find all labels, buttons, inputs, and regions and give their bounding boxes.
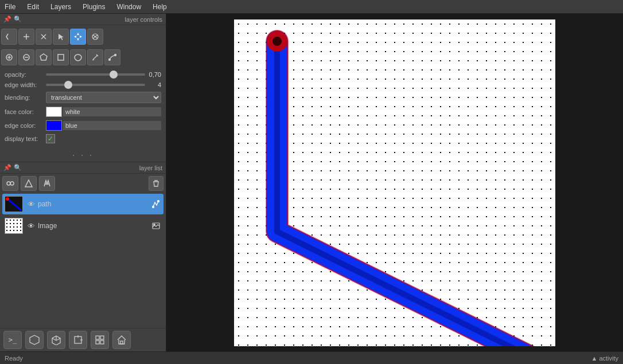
menu-help[interactable]: Help	[150, 3, 169, 11]
activity-label[interactable]: ▲ activity	[591, 355, 618, 362]
image-thumb	[5, 218, 23, 234]
edge-width-slider[interactable]	[46, 84, 145, 86]
svg-rect-42	[96, 340, 99, 344]
svg-rect-16	[58, 54, 64, 60]
svg-point-28	[153, 206, 154, 208]
svg-point-20	[109, 59, 111, 61]
svg-rect-40	[96, 336, 99, 339]
svg-marker-6	[77, 38, 79, 41]
transform-tool[interactable]	[1, 29, 17, 45]
cube-button[interactable]	[47, 331, 65, 349]
square-button[interactable]	[69, 331, 87, 349]
opacity-value: 0,70	[147, 71, 161, 78]
path-visibility-toggle[interactable]: 👁	[25, 198, 37, 210]
layer-controls-panel: opacity: 0,70 edge width: 4 blending: tr…	[0, 69, 166, 149]
canvas-area[interactable]	[166, 14, 623, 351]
delete-layer-btn[interactable]	[149, 176, 163, 191]
image-visibility-toggle[interactable]: 👁	[25, 220, 37, 232]
path-tool[interactable]	[104, 49, 120, 65]
path-layer-type-icon	[151, 199, 161, 209]
menu-edit[interactable]: Edit	[25, 3, 41, 11]
svg-marker-15	[40, 54, 47, 60]
edge-color-row: edge color:	[2, 120, 163, 131]
svg-line-19	[92, 60, 94, 60]
menu-layers[interactable]: Layers	[48, 3, 73, 11]
blending-label: blending:	[5, 94, 46, 101]
face-color-row: face color:	[2, 107, 163, 117]
new-shapes-layer-btn[interactable]	[21, 176, 37, 191]
menubar: File Edit Layers Plugins Window Help	[0, 0, 623, 14]
svg-rect-44	[120, 341, 123, 344]
edge-color-input[interactable]	[63, 121, 161, 130]
menu-file[interactable]: File	[2, 3, 18, 11]
svg-marker-5	[77, 33, 79, 35]
layer-list-pin-icon[interactable]: 📌	[3, 164, 11, 171]
svg-line-36	[52, 338, 56, 340]
svg-marker-8	[80, 36, 82, 38]
svg-point-21	[115, 54, 116, 56]
svg-rect-41	[100, 336, 104, 339]
status-text: Ready	[5, 355, 23, 362]
face-color-swatch[interactable]	[46, 107, 62, 117]
layer-image[interactable]: 👁 Image	[2, 216, 163, 236]
minus-circle-tool[interactable]	[18, 49, 34, 65]
layer-list-search-icon[interactable]: 🔍	[14, 164, 22, 171]
blending-select[interactable]: translucent normal dissolve	[46, 92, 161, 103]
layer-list: 👁 path 👁 Image	[0, 193, 166, 328]
new-labels-layer-btn[interactable]	[39, 176, 55, 191]
new-points-layer-btn[interactable]	[2, 176, 18, 191]
paint-tool[interactable]	[87, 29, 103, 45]
terminal-button[interactable]: >_	[3, 331, 22, 349]
display-text-checkbox[interactable]: ✓	[46, 134, 55, 143]
move-tool[interactable]	[70, 29, 86, 45]
edge-width-row: edge width: 4	[2, 81, 163, 88]
polygon-tool[interactable]	[36, 49, 52, 65]
grid-button[interactable]	[91, 331, 109, 349]
blending-row: blending: translucent normal dissolve	[2, 92, 163, 103]
bottom-toolbar: >_	[0, 328, 166, 351]
edge-color-swatch[interactable]	[46, 120, 62, 131]
display-text-label: display text:	[5, 135, 46, 142]
svg-line-26	[7, 199, 21, 210]
canvas-svg	[234, 19, 555, 346]
svg-line-17	[93, 55, 98, 60]
display-text-row: display text: ✓	[2, 134, 163, 143]
home-button[interactable]	[112, 331, 131, 349]
lasso-tool[interactable]	[70, 49, 86, 65]
left-panel: 📌 🔍 layer controls	[0, 14, 166, 351]
layer-list-tools	[0, 174, 166, 193]
svg-line-35	[56, 338, 60, 340]
svg-point-31	[154, 224, 155, 226]
edge-width-value: 4	[147, 81, 161, 88]
face-color-label: face color:	[5, 108, 46, 115]
menu-window[interactable]: Window	[114, 3, 143, 11]
main-content: 📌 🔍 layer controls	[0, 14, 623, 351]
rect-tool[interactable]	[53, 49, 69, 65]
menu-plugins[interactable]: Plugins	[80, 3, 107, 11]
select-tool[interactable]	[53, 29, 69, 45]
layer-list-title: layer list	[139, 165, 162, 171]
image-layer-type-icon	[151, 221, 161, 231]
face-color-input[interactable]	[63, 107, 161, 116]
layer-path[interactable]: 👁 path	[2, 194, 163, 214]
layer-controls-title: layer controls	[125, 16, 162, 23]
remove-tool[interactable]	[36, 29, 52, 45]
svg-point-29	[158, 201, 159, 202]
pencil-tool[interactable]	[87, 49, 103, 65]
layer-controls-pin-icon[interactable]: 📌	[3, 15, 11, 23]
edge-width-label: edge width:	[5, 81, 46, 88]
svg-marker-32	[30, 335, 39, 345]
add-tool[interactable]	[18, 29, 34, 45]
svg-point-23	[10, 182, 14, 185]
plus-circle-tool[interactable]	[1, 49, 17, 65]
opacity-slider[interactable]	[46, 73, 145, 76]
edge-width-slider-container: 4	[46, 81, 161, 88]
canvas-container	[234, 19, 555, 346]
path-thumb	[5, 196, 23, 212]
edge-color-label: edge color:	[5, 122, 46, 129]
path-layer-name: path	[38, 200, 150, 208]
opacity-slider-container: 0,70	[46, 71, 161, 78]
opacity-label: opacity:	[5, 71, 46, 78]
layer-controls-search-icon[interactable]: 🔍	[14, 15, 22, 23]
plugin-button[interactable]	[25, 331, 44, 349]
